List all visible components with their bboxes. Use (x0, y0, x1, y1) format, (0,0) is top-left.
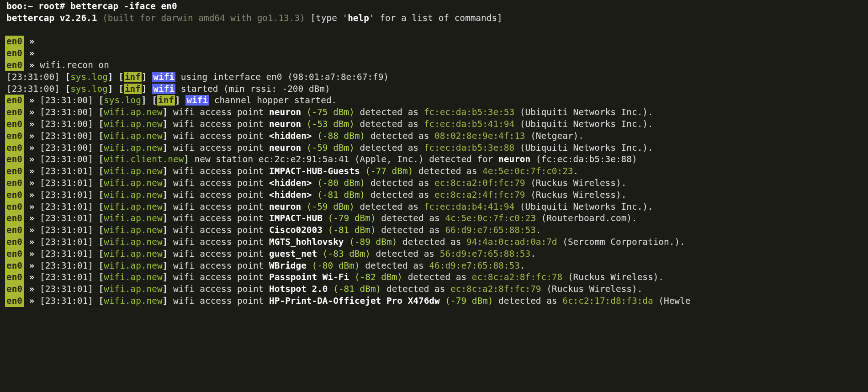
ap-mac: ec:8c:a2:8f:fc:79 (450, 284, 541, 294)
ap-mac: fc:ec:da:b5:3e:53 (424, 107, 514, 117)
ap-mac: 6c:c2:17:d8:f3:da (562, 296, 653, 306)
wifi-badge: wifi (152, 72, 175, 82)
bracket-r: ] (163, 131, 168, 141)
prompt-arrow: » (24, 178, 40, 188)
event-tag: wifi.ap.new (104, 225, 162, 235)
detected-as: detected as (381, 284, 450, 294)
iface-badge: en0 (5, 36, 24, 48)
bracket-l: [ (99, 107, 104, 117)
ap-line: en0 » [23:31:01] [wifi.ap.new] wifi acce… (0, 271, 868, 283)
event-tag: wifi.ap.new (104, 284, 162, 294)
prompt-arrow: » (24, 260, 40, 271)
ap-mac: fc:ec:da:b4:41:94 (424, 201, 514, 212)
ap-ssid: <hidden> (269, 131, 312, 141)
bracket-l: [ (99, 143, 104, 153)
event-tag: wifi.ap.new (104, 237, 162, 247)
cmd-input[interactable]: wifi.recon on (40, 60, 109, 70)
ap-mac: 56:d9:e7:65:88:53 (440, 249, 530, 259)
ap-prefix: wifi access point (168, 190, 269, 200)
bracket-r: ] (163, 213, 168, 223)
timestamp: [23:31:00] (40, 143, 93, 153)
bracket-l: [ (99, 201, 104, 212)
iface-badge: en0 (5, 271, 24, 283)
event-tag: wifi.ap.new (104, 296, 162, 306)
ap-ssid: <hidden> (269, 178, 312, 188)
syslog-tag: sys.log (104, 95, 141, 106)
prompt-arrow: » (24, 154, 40, 164)
dot: . (680, 237, 685, 247)
ap-line: en0 » [23:31:01] [wifi.ap.new] wifi acce… (0, 201, 868, 213)
banner-build: (built for darwin amd64 with go1.13.3) (97, 13, 310, 23)
banner-product: bettercap v2.26.1 (6, 13, 97, 23)
timestamp: [23:31:01] (40, 249, 93, 259)
bracket-l: [ (118, 84, 124, 94)
ap-mac: 46:d9:e7:65:88:53 (429, 260, 519, 271)
dot: . (530, 249, 536, 259)
dot: . (658, 272, 664, 282)
ap-mac: 66:d9:e7:65:88:53 (445, 225, 535, 235)
banner-type-prefix: type ' (316, 13, 348, 23)
ap-ssid: IMPACT-HUB (269, 213, 323, 223)
ap-mac: ec:8c:a2:0f:fc:79 (434, 178, 525, 188)
ap-line: en0 » [23:31:01] [wifi.ap.new] wifi acce… (0, 260, 868, 272)
ap-vendor: (Ruckus Wireless) (541, 284, 637, 294)
log-msg: started (min rssi: -200 dBm) (175, 84, 330, 94)
ap-prefix: wifi access point (168, 260, 269, 271)
banner-type-suffix: ' for a list of commands (369, 13, 497, 23)
dot: . (573, 166, 579, 176)
ap-prefix: wifi access point (168, 201, 269, 212)
detected-as: detected as (376, 213, 445, 223)
ap-vendor: (Ubiquiti Networks Inc.) (514, 119, 648, 129)
iface-badge: en0 (5, 59, 24, 71)
bracket-l: [ (99, 166, 104, 176)
bracket-l: [ (99, 249, 104, 259)
timestamp: [23:31:01] (40, 201, 93, 212)
client-msg1: new station ec:2c:e2:91:5a:41 (Apple, In… (189, 154, 498, 164)
timestamp: [23:31:01] (40, 296, 93, 306)
ap-vendor: (Ruckus Wireless) (562, 272, 658, 282)
bracket-r: ] (163, 284, 168, 294)
timestamp: [23:31:01] (40, 272, 93, 282)
bracket-r: ] (141, 95, 147, 106)
ap-ssid: neuron (269, 107, 301, 117)
ap-vendor: (Netgear) (525, 131, 579, 141)
syslog-tag: sys.log (70, 84, 108, 94)
bracket-r: ] (184, 154, 189, 164)
iface-badge: en0 (5, 106, 24, 118)
bracket-l: [ (99, 213, 104, 223)
timestamp: [23:31:00] (6, 72, 60, 82)
dot: . (648, 119, 653, 129)
iface-badge: en0 (5, 165, 24, 177)
terminal[interactable]: boo:~ root# bettercap -iface en0 betterc… (0, 0, 868, 307)
dot: . (637, 284, 643, 294)
ap-line: en0 » [23:31:01] [wifi.ap.new] wifi acce… (0, 236, 868, 248)
inf-badge: inf (157, 95, 175, 106)
ap-ssid: Hotspot 2.0 (269, 284, 328, 294)
iface-badge: en0 (5, 201, 24, 213)
ap-prefix: wifi access point (168, 213, 269, 223)
ap-ssid: neuron (269, 119, 301, 129)
timestamp: [23:31:01] (40, 190, 93, 200)
dot: . (632, 213, 637, 223)
ap-rssi: (-53 dBm) (301, 119, 355, 129)
banner-close-bracket: ] (497, 13, 503, 23)
prompt-line-recon[interactable]: en0 » wifi.recon on (0, 59, 868, 71)
prompt-arrow: » (24, 48, 34, 58)
bracket-l: [ (118, 72, 124, 82)
iface-badge: en0 (5, 177, 24, 189)
shell-line: boo:~ root# bettercap -iface en0 (0, 0, 868, 12)
prompt-arrow: » (24, 107, 40, 117)
iface-badge: en0 (5, 154, 24, 165)
ap-vendor: (Ubiquiti Networks Inc.) (514, 143, 648, 153)
bracket-l: [ (152, 95, 157, 106)
ap-mac: 08:02:8e:9e:4f:13 (434, 131, 525, 141)
bracket-r: ] (175, 95, 180, 106)
prompt-arrow: » (24, 131, 40, 141)
detected-as: detected as (355, 107, 424, 117)
iface-badge: en0 (5, 189, 24, 201)
iface-badge: en0 (5, 118, 24, 130)
dot: . (520, 260, 525, 271)
bracket-l: [ (99, 237, 104, 247)
ap-rssi: (-81 dBm) (323, 225, 376, 235)
ap-rssi: (-59 dBm) (301, 143, 355, 153)
